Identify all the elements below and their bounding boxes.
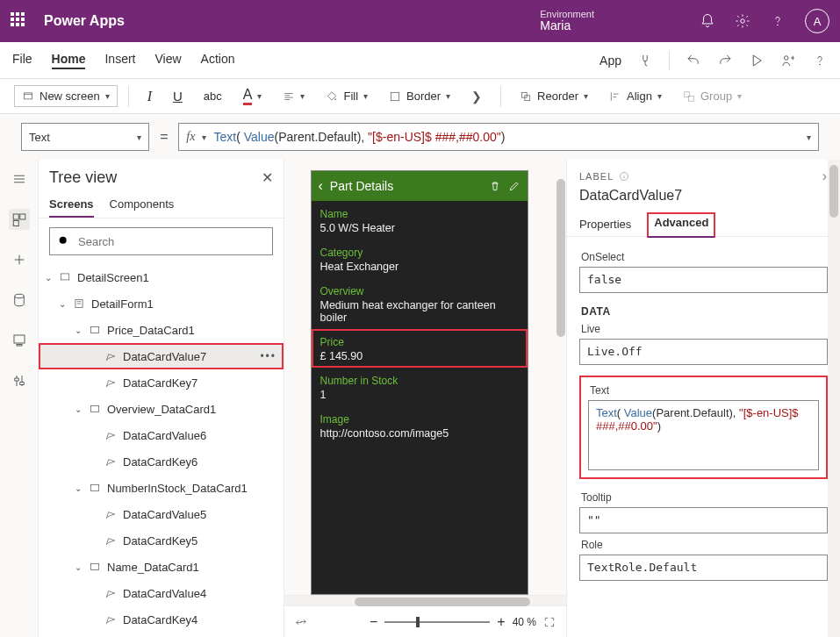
tab-advanced[interactable]: Advanced [647, 212, 715, 238]
rail-media[interactable] [9, 330, 30, 351]
strikethrough-button[interactable]: abc [196, 85, 230, 107]
font-color-button[interactable]: A▾ [235, 82, 270, 110]
tree-item[interactable]: DataCardKey4 [39, 606, 284, 633]
tree-item-datacard[interactable]: ⌄Price_DataCard1 [39, 317, 284, 343]
tree-item-datacard[interactable]: ⌄Overview_DataCard1 [39, 396, 284, 422]
avatar[interactable]: A [805, 9, 829, 33]
svg-rect-12 [19, 214, 25, 219]
rail-hamburger[interactable] [9, 168, 30, 190]
divider [669, 51, 670, 70]
tree-item-form[interactable]: ⌄DetailForm1 [39, 290, 284, 317]
properties-scrollbar[interactable] [828, 160, 840, 637]
menu-home[interactable]: Home [52, 52, 86, 69]
reorder-button[interactable]: Reorder▾ [512, 85, 596, 107]
text-input[interactable]: Text( Value(Parent.Default), "[$-en-US]$… [588, 400, 819, 470]
zoom-out-button[interactable]: − [370, 614, 377, 630]
tree-item[interactable]: DataCardKey5 [39, 527, 284, 554]
ribbon-toolbar: New screen ▾ I U abc A▾ ▾ Fill▾ Border▾ … [0, 79, 840, 114]
fx-icon: fx [186, 130, 195, 144]
tooltip-input[interactable]: "" [579, 507, 828, 533]
bell-icon[interactable] [700, 13, 715, 29]
rail-tools[interactable] [9, 370, 30, 391]
help-menu-icon[interactable] [812, 53, 828, 68]
expand-icon[interactable]: ▾ [807, 132, 811, 142]
tree-item-datacard[interactable]: ⌄Name_DataCard1 [39, 554, 284, 580]
tree-list: ⌄DetailScreen1 ⌄DetailForm1 ⌄Price_DataC… [39, 264, 284, 637]
more-icon[interactable]: ••• [260, 350, 276, 362]
gear-icon[interactable] [735, 13, 750, 29]
menu-action[interactable]: Action [201, 52, 235, 69]
svg-rect-5 [24, 92, 32, 98]
chevron-down-icon: ▾ [137, 132, 141, 142]
edit-icon[interactable] [508, 180, 521, 192]
left-rail [0, 160, 39, 637]
switch-orientation-icon[interactable] [295, 616, 307, 628]
more-format-button[interactable]: ❯ [463, 85, 490, 108]
svg-rect-22 [90, 485, 98, 491]
svg-point-1 [741, 19, 745, 24]
rail-insert[interactable] [9, 249, 30, 270]
canvas-footer: − + 40 % [284, 605, 566, 637]
redo-icon[interactable] [717, 53, 733, 68]
help-icon[interactable] [770, 13, 786, 29]
menu-insert[interactable]: Insert [104, 52, 135, 69]
diagnostics-icon[interactable] [637, 53, 653, 68]
fill-button[interactable]: Fill▾ [318, 85, 376, 107]
menu-view[interactable]: View [154, 52, 181, 69]
field-price[interactable]: Price£ 145.90 [312, 329, 528, 368]
close-icon[interactable]: ✕ [262, 169, 273, 186]
section-data: DATA [581, 305, 828, 318]
tree-item[interactable]: DataCardValue5 [39, 501, 284, 527]
formula-input[interactable]: fx ▾ Text( Value(Parent.Default), "[$-en… [178, 123, 819, 151]
menu-file[interactable]: File [12, 52, 32, 69]
field-name: Name5.0 W/S Heater [312, 201, 528, 240]
text-align-button[interactable]: ▾ [275, 86, 312, 107]
tree-view-title: Tree view [49, 168, 117, 187]
border-button[interactable]: Border▾ [381, 85, 458, 107]
italic-button[interactable]: I [140, 84, 160, 109]
svg-rect-20 [90, 327, 98, 333]
tree-item[interactable]: DataCardKey7 [39, 369, 284, 396]
new-screen-button[interactable]: New screen ▾ [14, 85, 118, 107]
fit-screen-icon[interactable] [543, 616, 556, 628]
chevron-down-icon[interactable]: ▾ [202, 132, 206, 142]
delete-icon[interactable] [489, 180, 501, 192]
zoom-slider[interactable] [384, 621, 490, 623]
info-icon[interactable] [619, 171, 629, 182]
tree-item-screen[interactable]: ⌄DetailScreen1 [39, 264, 284, 290]
menu-app[interactable]: App [599, 54, 621, 68]
onselect-input[interactable]: false [579, 267, 828, 293]
role-input[interactable]: TextRole.Default [579, 555, 828, 581]
tree-item-selected[interactable]: DataCardValue7••• [39, 343, 284, 369]
main-area: Tree view ✕ Screens Components ⌄DetailSc… [0, 160, 840, 637]
share-icon[interactable] [780, 53, 796, 68]
tab-screens[interactable]: Screens [49, 192, 94, 218]
field-overview: OverviewMedium heat exchanger for cantee… [312, 278, 528, 329]
rail-tree-view[interactable] [9, 209, 30, 230]
align-objects-button[interactable]: Align▾ [601, 85, 670, 107]
tree-search[interactable] [49, 227, 273, 255]
search-input[interactable] [78, 235, 265, 248]
tree-item[interactable]: DataCardValue4 [39, 580, 284, 606]
property-dropdown[interactable]: Text ▾ [21, 123, 149, 151]
svg-rect-6 [391, 92, 398, 100]
svg-point-14 [14, 294, 24, 298]
rail-data[interactable] [9, 290, 30, 311]
undo-icon[interactable] [686, 53, 701, 68]
canvas-scrollbar-horizontal[interactable] [284, 595, 566, 605]
waffle-icon[interactable] [11, 12, 28, 30]
tab-properties[interactable]: Properties [579, 212, 631, 236]
tab-components[interactable]: Components [110, 192, 175, 218]
underline-button[interactable]: U [165, 84, 190, 108]
tree-item[interactable]: DataCardKey6 [39, 448, 284, 475]
tree-item-datacard[interactable]: ⌄NumberInStock_DataCard1 [39, 475, 284, 501]
phone-preview[interactable]: ‹ Part Details Name5.0 W/S Heater Catego… [311, 170, 528, 595]
group-button[interactable]: Group▾ [675, 85, 750, 107]
live-input[interactable]: Live.Off [579, 339, 828, 365]
canvas: ‹ Part Details Name5.0 W/S Heater Catego… [284, 160, 566, 637]
environment-picker[interactable]: Environment Maria [533, 9, 594, 32]
zoom-in-button[interactable]: + [497, 614, 505, 630]
play-icon[interactable] [749, 53, 765, 68]
back-icon[interactable]: ‹ [319, 178, 323, 194]
tree-item[interactable]: DataCardValue6 [39, 422, 284, 448]
